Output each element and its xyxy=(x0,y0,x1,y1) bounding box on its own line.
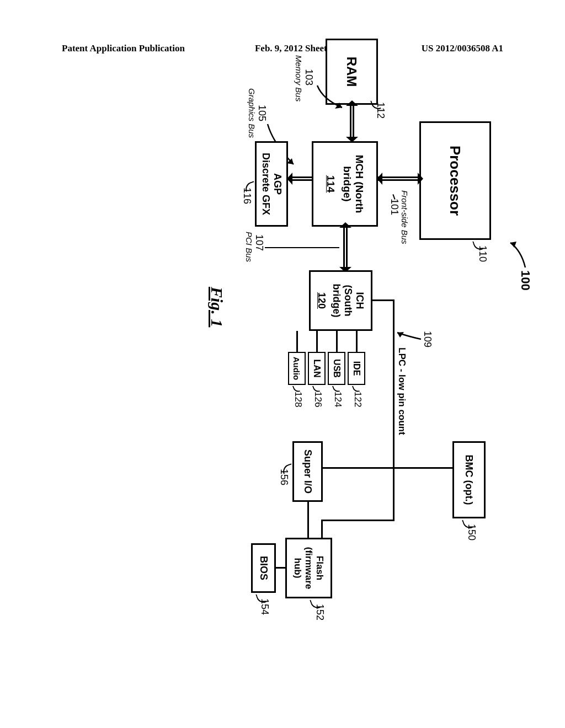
ide-ref: 122 xyxy=(352,392,363,407)
superio-label: Super I/O xyxy=(302,449,313,494)
bmc-conn xyxy=(395,467,452,469)
audio-label: Audio xyxy=(292,357,302,381)
flash-label-1: Flash xyxy=(315,556,326,580)
flash-conn xyxy=(307,502,309,538)
lan-label: LAN xyxy=(312,360,322,378)
processor-label: Processor xyxy=(447,146,464,216)
ich-block: ICH (South bridge) 120 xyxy=(309,270,372,331)
gfxbus-label: Graphics Bus xyxy=(247,88,257,138)
pcibus-label: PCI Bus xyxy=(244,232,254,262)
figure-label: Fig. 1 xyxy=(207,287,226,327)
pcibus-ref: 107 xyxy=(253,234,265,251)
svg-marker-8 xyxy=(339,222,351,228)
fsb-ref: 101 xyxy=(388,199,400,215)
agp-block: AGP Discrete GFX xyxy=(255,141,288,227)
audio-block: Audio xyxy=(288,352,306,385)
bios-conn-v xyxy=(323,520,395,521)
usb-block: USB xyxy=(328,352,345,385)
bios-label: BIOS xyxy=(258,556,269,580)
pci-bus xyxy=(343,227,348,268)
ich-label-2: (South xyxy=(343,285,354,317)
pcibus-ref-lead xyxy=(265,247,339,248)
fsb-label: Front-side Bus xyxy=(400,190,409,244)
lpc-ref: 109 xyxy=(422,331,433,347)
bios-conn-2 xyxy=(275,567,285,569)
processor-block: Processor xyxy=(419,121,491,240)
membus-label: Memory Bus xyxy=(294,55,303,101)
agp-label-2: Discrete GFX xyxy=(260,153,271,215)
lpc-ref-arrow xyxy=(395,331,422,347)
memory-bus xyxy=(350,105,354,138)
ide-label: IDE xyxy=(351,361,361,376)
lpc-label: LPC - low pin count xyxy=(396,347,407,435)
mch-ref: 114 xyxy=(324,175,337,193)
lpc-line-v xyxy=(372,299,395,301)
ich-ref: 120 xyxy=(316,292,328,309)
ich-label-1: ICH xyxy=(354,292,366,309)
audio-ref: 128 xyxy=(292,392,303,407)
usb-label: USB xyxy=(332,359,342,378)
membus-arrow xyxy=(315,83,345,110)
bios-conn-h xyxy=(321,520,323,538)
bmc-block: BMC (opt.) xyxy=(452,441,486,518)
svg-marker-3 xyxy=(346,100,358,106)
lan-block: LAN xyxy=(308,352,326,385)
figure-1-diagram: Processor 110 100 Front-side Bus 101 RAM… xyxy=(6,160,557,579)
flash-label-2: (firmware xyxy=(303,547,315,590)
system-ref-arrow xyxy=(508,240,530,273)
agp-label-1: AGP xyxy=(271,173,283,195)
header-right: US 2012/0036508 A1 xyxy=(422,43,503,54)
lan-ref: 126 xyxy=(312,392,323,407)
membus-ref: 103 xyxy=(303,69,315,85)
header-left: Patent Application Publication xyxy=(62,43,185,54)
mch-label-1: MCH (North xyxy=(353,155,365,213)
bios-block: BIOS xyxy=(251,543,276,593)
mch-label-2: bridge) xyxy=(341,166,353,201)
flash-block: Flash (firmware hub) xyxy=(285,538,332,598)
ide-block: IDE xyxy=(348,352,365,385)
superio-block: Super I/O xyxy=(292,441,323,502)
mch-block: MCH (North bridge) 114 xyxy=(312,141,378,227)
bmc-label: BMC (opt.) xyxy=(463,455,475,505)
gfxbus-ref: 105 xyxy=(256,105,268,121)
usb-ref: 124 xyxy=(332,392,343,407)
flash-label-3: hub) xyxy=(292,558,303,579)
ram-label: RAM xyxy=(344,57,360,87)
svg-marker-1 xyxy=(418,173,423,185)
ich-label-3: bridge) xyxy=(331,284,343,318)
fsb-bus xyxy=(378,176,419,181)
superio-conn xyxy=(323,467,395,469)
system-ref: 100 xyxy=(518,270,532,291)
